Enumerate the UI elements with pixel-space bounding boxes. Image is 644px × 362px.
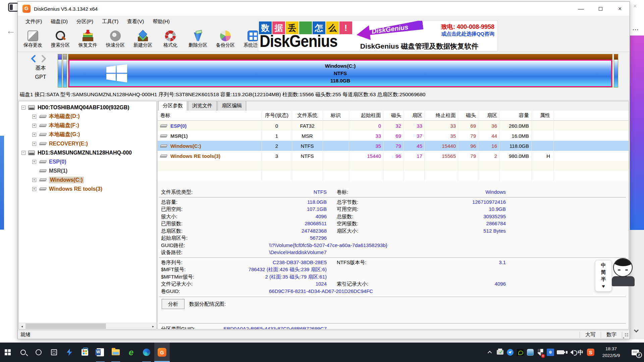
- partition-icon: [39, 187, 47, 190]
- search-partition-button[interactable]: 搜索分区: [47, 27, 74, 51]
- partition-block-msr[interactable]: [63, 54, 67, 87]
- taskbar-app-store[interactable]: [77, 343, 93, 362]
- taskbar-search-button[interactable]: [15, 343, 31, 362]
- status-bar: 就绪 大写 数字: [18, 330, 630, 339]
- disc-icon: [110, 31, 121, 41]
- menu-partition[interactable]: 分区(P): [72, 17, 98, 26]
- tray-expand-button[interactable]: [485, 343, 495, 362]
- taskbar-app-thunder[interactable]: [62, 343, 77, 362]
- tray-freeze-tool[interactable]: ❄: [545, 343, 555, 362]
- tree-item-recovery-e[interactable]: + RECOVERY(E:): [19, 139, 156, 148]
- tree-item-local-g[interactable]: + 本地磁盘(G:): [19, 130, 156, 139]
- action-center-button[interactable]: 2: [627, 343, 644, 362]
- tree-item-hd1[interactable]: − HD1:SAMSUNGMZNLN128HAHQ-000: [19, 148, 156, 157]
- quick-partition-button[interactable]: 快速分区: [102, 27, 129, 51]
- table-row-msr[interactable]: MSR(1) 1 MSR 33 69 37 35 79 44 16.0MB: [158, 131, 629, 141]
- tree-item-windows-re[interactable]: + Windows RE tools(3): [19, 184, 156, 193]
- cortana-icon: [36, 349, 42, 355]
- tab-sector-edit[interactable]: 扇区编辑: [217, 101, 246, 111]
- recover-files-icon: [83, 31, 93, 41]
- tray-power[interactable]: [555, 343, 566, 362]
- tree-item-esp[interactable]: + ESP(0): [19, 157, 156, 166]
- tray-printer[interactable]: [495, 343, 505, 362]
- tab-browse-files[interactable]: 浏览文件: [188, 101, 217, 111]
- tree-item-windows-c[interactable]: + Windows(C:): [19, 175, 156, 184]
- cortana-button[interactable]: [31, 343, 46, 362]
- taskbar-app-edge[interactable]: [139, 343, 154, 362]
- chevron-down-icon[interactable]: [634, 328, 639, 333]
- tree-item-local-d[interactable]: + 本地磁盘(D:): [19, 112, 156, 121]
- partition-icon: [39, 178, 47, 181]
- tree-item-msr[interactable]: MSR(1): [19, 166, 156, 175]
- expand-icon[interactable]: +: [32, 124, 36, 128]
- maximize-button[interactable]: [591, 2, 610, 16]
- table-row-empty: [158, 171, 629, 181]
- expand-icon[interactable]: +: [32, 142, 36, 146]
- assistant-avatar[interactable]: [611, 256, 635, 292]
- background-more-icon[interactable]: ···: [633, 27, 639, 33]
- tray-volume[interactable]: [566, 343, 576, 362]
- collapse-icon[interactable]: −: [21, 106, 25, 110]
- collapse-icon[interactable]: −: [21, 151, 25, 155]
- backup-partition-button[interactable]: 备份分区: [212, 27, 239, 51]
- task-view-button[interactable]: [46, 343, 62, 362]
- partition-icon: [39, 133, 47, 136]
- delete-partition-button[interactable]: 删除分区: [184, 27, 212, 51]
- tray-security[interactable]: ×: [535, 343, 545, 362]
- scroll-right-icon[interactable]: ▸: [150, 323, 156, 329]
- expand-icon[interactable]: +: [32, 160, 36, 164]
- tray-ime-language[interactable]: 中: [576, 343, 586, 362]
- save-changes-button[interactable]: 保存更改: [19, 27, 47, 51]
- partition-block-windows-c[interactable]: Windows(C:) NTFS 118.0GB: [68, 54, 612, 87]
- background-close-icon[interactable]: ×: [633, 3, 637, 10]
- taskbar-clock[interactable]: 18:372022/5/9: [596, 346, 627, 359]
- back-arrow-icon[interactable]: ←: [6, 25, 15, 36]
- next-disk-icon[interactable]: [40, 55, 47, 63]
- disk-icon: [28, 105, 35, 110]
- start-button[interactable]: [0, 343, 15, 362]
- menu-tools[interactable]: 工具(T): [98, 17, 123, 26]
- table-row-windows-re[interactable]: Windows RE tools(3) 3 NTFS 15440 96 17 1…: [158, 151, 629, 161]
- partition-block-esp[interactable]: [58, 54, 62, 87]
- scrollbar-thumb[interactable]: [25, 323, 106, 329]
- prev-disk-icon[interactable]: [30, 55, 37, 63]
- tray-app-blue[interactable]: [505, 343, 515, 362]
- new-partition-button[interactable]: 新建分区: [129, 27, 157, 51]
- tray-nvidia[interactable]: [515, 343, 525, 362]
- analyze-button[interactable]: 分析: [162, 299, 184, 309]
- expand-icon[interactable]: +: [32, 178, 36, 182]
- taskbar-app-diskgenius[interactable]: G: [154, 343, 170, 362]
- menu-view[interactable]: 查看(V): [123, 17, 148, 26]
- taskbar-app-explorer[interactable]: [108, 343, 123, 362]
- partition-type-band: [58, 54, 62, 60]
- close-button[interactable]: ×: [610, 2, 630, 16]
- banner-ribbon: DiskGenius: [356, 20, 424, 42]
- expand-icon[interactable]: +: [32, 115, 36, 119]
- table-row-windows-c-selected[interactable]: Windows(C:) 2 NTFS 35 79 45 15440 96 16 …: [158, 141, 629, 151]
- tree-item-local-f[interactable]: + 本地磁盘(F:): [19, 121, 156, 130]
- expand-icon[interactable]: +: [32, 133, 36, 137]
- format-icon: [165, 31, 176, 41]
- ime-status-widget[interactable]: 中简 半♥: [595, 260, 612, 292]
- partition-block-re-tools[interactable]: [614, 54, 618, 87]
- tree-item-hd0[interactable]: − HD0:TOSHIBAMQ04ABF100(932GB): [19, 103, 156, 112]
- table-row-esp[interactable]: ESP(0) 0 FAT32 0 32 33 33 69 36 260.0MB: [158, 121, 629, 131]
- horizontal-scrollbar[interactable]: ◂ ▸: [19, 323, 156, 329]
- tray-intel-graphics[interactable]: [525, 343, 535, 362]
- banner-qq-link[interactable]: 或点击此处选择QQ咨询: [441, 31, 494, 37]
- taskbar-app-ie[interactable]: e: [123, 343, 139, 362]
- taskbar-app-word[interactable]: [93, 343, 108, 362]
- expand-icon[interactable]: +: [32, 187, 36, 191]
- minimize-button[interactable]: —: [571, 2, 591, 16]
- menu-file[interactable]: 文件(F): [21, 17, 46, 26]
- recover-files-button[interactable]: 恢复文件: [74, 27, 102, 51]
- tray-sogou[interactable]: S: [586, 343, 596, 362]
- scroll-left-icon[interactable]: ◂: [19, 323, 25, 329]
- resize-grip[interactable]: [622, 330, 630, 339]
- partition-type-band: [614, 54, 618, 60]
- menu-help[interactable]: 帮助(H): [148, 17, 174, 26]
- ad-banner[interactable]: 数 据 丢 怎 么 ! DiskGenius DiskGenius 致电: 40…: [258, 20, 497, 51]
- tab-partition-params[interactable]: 分区参数: [158, 101, 187, 111]
- menu-disk[interactable]: 磁盘(D): [46, 17, 72, 26]
- format-button[interactable]: 格式化: [157, 27, 184, 51]
